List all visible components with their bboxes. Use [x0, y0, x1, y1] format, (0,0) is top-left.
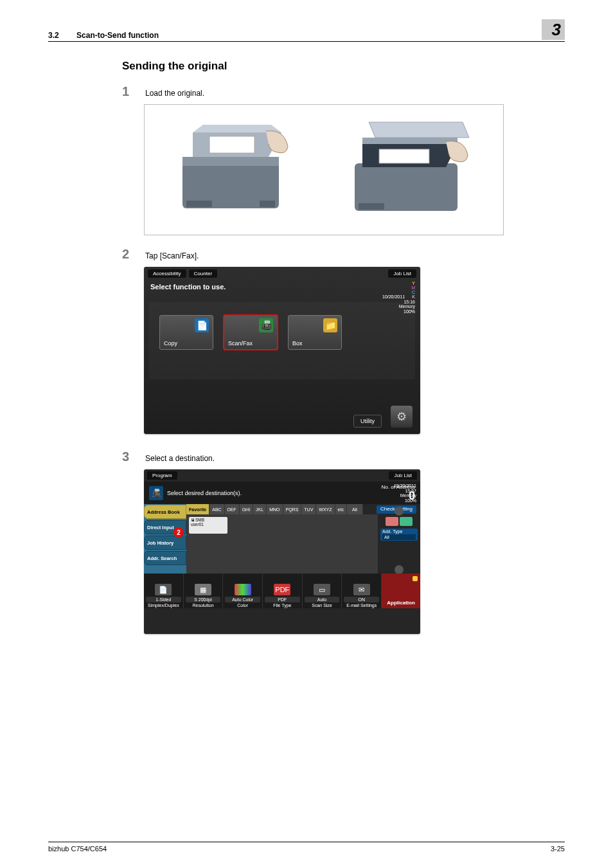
toner-k-label: K	[406, 294, 415, 299]
tab-counter[interactable]: Counter	[189, 269, 217, 278]
svg-rect-5	[186, 201, 212, 207]
copy-button[interactable]: 📄 Copy	[159, 315, 213, 350]
step-2-number: 2	[122, 247, 138, 262]
alpha-etc[interactable]: etc	[335, 504, 347, 514]
alpha-ghi[interactable]: GHI	[240, 504, 253, 514]
screen1-status: 10/20/2011 YMCK 15:16 Memory 100%	[382, 281, 415, 314]
b2-val: S 200dpi	[186, 597, 221, 602]
alpha-mno[interactable]: MNO	[267, 504, 283, 514]
printer-adf-illustration	[170, 118, 305, 221]
scan-fax-icon: 📠	[259, 318, 273, 332]
settings-gear-icon[interactable]: ⚙	[391, 406, 413, 428]
svg-marker-9	[362, 138, 458, 144]
scroll-up-icon[interactable]	[395, 507, 404, 516]
status-memory-label: Memory	[399, 304, 415, 309]
step-2-text: Tap [Scan/Fax].	[138, 251, 199, 260]
page-footer: bizhub C754/C654 3-25	[48, 842, 565, 853]
scroll-down-icon[interactable]	[395, 565, 404, 574]
callout-2: 2	[173, 527, 184, 538]
box-label: Box	[292, 340, 337, 347]
b5-val: Auto	[305, 597, 340, 602]
simplex-duplex-button[interactable]: 📄 1-Sided Simplex/Duplex	[144, 574, 184, 608]
copy-label: Copy	[164, 340, 209, 347]
utility-button[interactable]: Utility	[353, 415, 382, 428]
resolution-button[interactable]: ▦ S 200dpi Resolution	[184, 574, 224, 608]
svg-rect-6	[260, 201, 275, 207]
tab-program[interactable]: Program	[147, 471, 177, 480]
toner-y-label: Y	[406, 281, 415, 285]
resolution-icon: ▦	[195, 584, 211, 595]
status-time: 15:16	[404, 300, 415, 304]
alpha-tuv[interactable]: TUV	[301, 504, 316, 514]
tab-accessibility[interactable]: Accessibility	[148, 269, 186, 278]
footer-page: 3-25	[551, 845, 565, 853]
view-grid-icon[interactable]	[386, 517, 398, 526]
scan-fax-button[interactable]: 📠 Scan/Fax	[224, 315, 278, 350]
alpha-filter-row: Favorite ABC DEF GHI JKL MNO PQRS TUV WX…	[186, 504, 378, 514]
screen-function-select: Accessibility Counter Job List Select fu…	[144, 267, 420, 434]
color-button[interactable]: Auto Color Color	[223, 574, 263, 608]
toner-m-label: M	[406, 285, 415, 290]
box-icon: 📁	[323, 318, 337, 332]
alpha-def[interactable]: DEF	[225, 504, 240, 514]
destination-card-user01[interactable]: 🖥SMB user01	[189, 517, 227, 534]
step-1-text: Load the original.	[138, 89, 204, 98]
tab-addr-search[interactable]: Addr. Search	[144, 551, 186, 565]
b5-lbl: Scan Size	[312, 603, 332, 608]
box-button[interactable]: 📁 Box	[288, 315, 342, 350]
chapter-number-box: 3	[542, 19, 565, 40]
alpha-all[interactable]: All	[347, 504, 363, 514]
duplex-icon: 📄	[155, 584, 172, 595]
step-1-number: 1	[122, 84, 138, 99]
b3-val: Auto Color	[225, 597, 260, 602]
email-icon: ✉	[353, 584, 370, 595]
file-type-button[interactable]: PDF PDF File Type	[263, 574, 303, 608]
alpha-abc[interactable]: ABC	[209, 504, 224, 514]
tab-job-history[interactable]: Job History	[144, 536, 186, 550]
destination-grid: 🖥SMB user01	[186, 514, 378, 574]
alpha-jkl[interactable]: JKL	[253, 504, 267, 514]
step-3-number: 3	[122, 449, 138, 464]
svg-rect-1	[182, 157, 279, 166]
b6-lbl: E-mail Settings	[346, 603, 377, 608]
application-button[interactable]: Application	[382, 574, 420, 608]
dest-card-type: 🖥SMB	[191, 518, 226, 522]
svg-rect-4	[209, 136, 254, 153]
section-number: 3.2	[48, 31, 59, 40]
alpha-favorite[interactable]: Favorite	[186, 504, 209, 514]
addtype-value: All	[382, 534, 416, 540]
dest-card-name: user01	[191, 522, 226, 527]
status2-memory-label: Memory	[400, 493, 416, 498]
alpha-pqrs[interactable]: PQRS	[283, 504, 302, 514]
screen2-instruction: Select desired destination(s).	[167, 490, 242, 496]
email-settings-button[interactable]: ✉ ON E-mail Settings	[342, 574, 382, 608]
screen1-title: Select function to use.	[144, 280, 420, 292]
b4-lbl: File Type	[273, 603, 291, 608]
tab-address-book[interactable]: Address Book	[144, 505, 186, 519]
b3-lbl: Color	[237, 603, 248, 608]
screen-select-destination: Program Job List 📠 Select desired destin…	[144, 469, 420, 634]
svg-rect-12	[359, 203, 384, 210]
figure-load-original	[144, 104, 504, 235]
tab-job-list-2[interactable]: Job List	[389, 471, 417, 480]
addtype-label: Add. Type	[382, 529, 402, 534]
address-type-selector[interactable]: Add. Type All	[380, 529, 418, 541]
subheading: Sending the original	[122, 60, 565, 73]
scan-fax-label: Scan/Fax	[228, 340, 273, 347]
step-3-text: Select a destination.	[138, 454, 215, 463]
tab-job-list[interactable]: Job List	[388, 269, 416, 278]
toner-c-label: C	[406, 290, 415, 294]
scan-mode-icon: 📠	[149, 486, 163, 500]
header-left: 3.2 Scan-to-Send function	[48, 31, 159, 40]
b2-lbl: Resolution	[192, 603, 213, 608]
b4-val: PDF	[265, 597, 300, 602]
alpha-wxyz[interactable]: WXYZ	[316, 504, 335, 514]
step-2: 2 Tap [Scan/Fax].	[122, 247, 565, 262]
scan-size-button[interactable]: ▭ Auto Scan Size	[303, 574, 342, 608]
footer-model: bizhub C754/C654	[48, 845, 107, 853]
status2-time: 15:57	[405, 489, 416, 493]
scan-size-icon: ▭	[314, 584, 330, 595]
view-list-icon[interactable]	[400, 517, 413, 526]
step-1: 1 Load the original.	[122, 84, 565, 99]
svg-marker-10	[369, 122, 469, 138]
